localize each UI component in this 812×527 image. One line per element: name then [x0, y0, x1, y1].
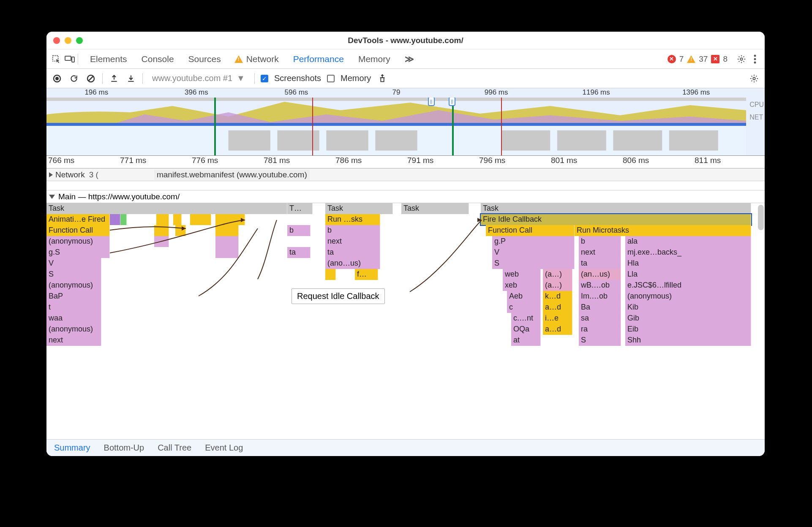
task-block[interactable]: Task	[401, 203, 469, 214]
frame[interactable]: c	[507, 302, 541, 313]
frame[interactable]: ta	[579, 258, 621, 269]
frame[interactable]: b	[287, 225, 311, 236]
frame[interactable]	[325, 269, 336, 280]
frame[interactable]: Lla	[625, 269, 751, 280]
frame[interactable]: ra	[579, 324, 621, 335]
tab-sources[interactable]: Sources	[188, 52, 222, 66]
frame[interactable]: Function Call	[46, 225, 110, 236]
frame[interactable]: f…	[355, 269, 378, 280]
frame[interactable]: g.S	[46, 247, 110, 258]
task-block[interactable]: Task	[325, 203, 393, 214]
minimap[interactable]: || ||	[46, 98, 746, 155]
frame[interactable]: ta	[325, 247, 380, 258]
tab-call-tree[interactable]: Call Tree	[158, 443, 191, 453]
frame[interactable]: Shh	[625, 335, 751, 346]
download-icon[interactable]	[125, 73, 136, 84]
range-handle-right[interactable]: ||	[449, 98, 455, 106]
frame[interactable]: waa	[46, 313, 101, 324]
frame[interactable]: OQa	[511, 324, 541, 335]
reload-icon[interactable]	[68, 73, 79, 84]
tab-summary[interactable]: Summary	[54, 443, 90, 453]
task-block[interactable]: T…	[287, 203, 313, 214]
gc-icon[interactable]	[377, 73, 388, 84]
tab-elements[interactable]: Elements	[89, 52, 128, 66]
frame[interactable]: b	[579, 236, 621, 247]
recording-dropdown[interactable]: www.youtube.com #1 ▼	[149, 73, 248, 84]
frame[interactable]: S	[492, 258, 575, 269]
kebab-icon[interactable]	[749, 54, 760, 65]
frame[interactable]: S	[46, 269, 101, 280]
tab-bottom-up[interactable]: Bottom-Up	[104, 443, 144, 453]
frame[interactable]: Ba	[579, 302, 621, 313]
frame[interactable]: Gib	[625, 313, 751, 324]
tabs-overflow[interactable]: ≫	[404, 52, 415, 66]
frame[interactable]: (anonymous)	[46, 236, 110, 247]
frame[interactable]: V	[46, 258, 101, 269]
overview[interactable]: 196 ms396 ms596 ms 79996 ms1196 ms 1396 …	[46, 88, 765, 156]
network-item[interactable]: manifest.webmanifest (www.youtube.com)	[154, 170, 310, 180]
task-block[interactable]: Task	[46, 203, 287, 214]
status-counters[interactable]: ✕7 !37 ✕8	[668, 54, 728, 64]
frame[interactable]: V	[492, 247, 575, 258]
frame[interactable]: e.JSC$6…lfilled	[625, 280, 751, 291]
clear-icon[interactable]	[85, 73, 96, 84]
frame[interactable]: Animati…e Fired	[46, 214, 110, 225]
frame[interactable]: next	[579, 247, 621, 258]
frame[interactable]: mj.exe…backs_	[625, 247, 751, 258]
tab-performance[interactable]: Performance	[292, 52, 345, 66]
frame[interactable]: Hla	[625, 258, 751, 269]
range-handle-left[interactable]: ||	[428, 98, 435, 106]
frame[interactable]: xeb	[503, 280, 541, 291]
tab-event-log[interactable]: Event Log	[205, 443, 243, 453]
device-icon[interactable]	[64, 54, 75, 65]
frame[interactable]: ta	[287, 247, 311, 258]
frame[interactable]: g.P	[492, 236, 575, 247]
frame[interactable]: a…d	[543, 302, 572, 313]
frame[interactable]: k…d	[543, 291, 572, 302]
scrollbar[interactable]	[758, 205, 764, 230]
record-icon[interactable]	[52, 73, 63, 84]
frame[interactable]: Aeb	[507, 291, 541, 302]
frame[interactable]: b	[325, 225, 380, 236]
frame[interactable]: (anonymous)	[46, 280, 101, 291]
frame[interactable]: c.…nt	[511, 313, 541, 324]
frame[interactable]: S	[579, 335, 621, 346]
screenshots-checkbox[interactable]: ✓	[261, 75, 268, 82]
frame[interactable]: (anonymous)	[625, 291, 751, 302]
frame[interactable]: (an…us)	[579, 269, 621, 280]
upload-icon[interactable]	[109, 73, 120, 84]
panel-gear-icon[interactable]	[749, 73, 760, 84]
flame-chart[interactable]: Task T… Task Task Task Animati…e Fired F…	[46, 203, 765, 439]
frame[interactable]: (a…)	[543, 280, 572, 291]
expand-icon[interactable]	[49, 172, 53, 177]
frame[interactable]: Im.…ob	[579, 291, 621, 302]
frame[interactable]	[120, 214, 127, 225]
frame[interactable]: Run …sks	[325, 214, 380, 225]
frame[interactable]: Run Microtasks	[575, 225, 751, 236]
frame[interactable]: t	[46, 302, 101, 313]
frame[interactable]: Kib	[625, 302, 751, 313]
close-icon[interactable]	[53, 37, 60, 44]
tab-console[interactable]: Console	[141, 52, 175, 66]
zoom-icon[interactable]	[76, 37, 83, 44]
frame[interactable]: next	[325, 236, 380, 247]
minimize-icon[interactable]	[65, 37, 71, 44]
frame-fire-idle[interactable]: Fire Idle Callback	[481, 214, 751, 225]
network-row[interactable]: Network 3 ( manifest.webmanifest (www.yo…	[46, 168, 765, 181]
frame[interactable]: BaP	[46, 291, 101, 302]
tab-memory[interactable]: Memory	[357, 52, 391, 66]
frame[interactable]: wB.…ob	[579, 280, 621, 291]
frame[interactable]: next	[46, 335, 101, 346]
collapse-icon[interactable]	[49, 195, 55, 199]
frame[interactable]: (anonymous)	[46, 324, 101, 335]
frame[interactable]: i…e	[543, 313, 572, 324]
memory-checkbox[interactable]	[327, 75, 335, 82]
frame[interactable]: at	[511, 335, 541, 346]
inspect-icon[interactable]	[51, 54, 62, 65]
frame[interactable]: (ano…us)	[325, 258, 380, 269]
main-thread-header[interactable]: Main — https://www.youtube.com/	[46, 190, 765, 203]
frame[interactable]: web	[503, 269, 541, 280]
gear-icon[interactable]	[736, 54, 747, 65]
frame[interactable]: (a…)	[543, 269, 572, 280]
frame[interactable]: sa	[579, 313, 621, 324]
